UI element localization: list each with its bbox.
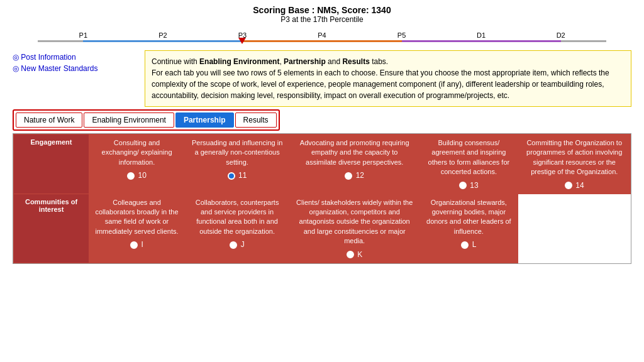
post-info-link[interactable]: Post Information — [13, 53, 138, 62]
radio-label-0-4: 14 — [574, 181, 584, 190]
pbar-label-p5: P5 — [397, 31, 406, 39]
cell-1-3[interactable]: Organizational stewards, governing bodie… — [419, 194, 518, 263]
cell-text-1-1: Collaborators, counterparts and service … — [190, 198, 284, 237]
radio-0-0[interactable] — [127, 172, 135, 180]
cell-0-1[interactable]: Persuading and influencing in a generall… — [185, 134, 290, 194]
cell-0-0[interactable]: Consulting and exchanging/ explaining in… — [89, 134, 185, 194]
cell-text-1-3: Organizational stewards, governing bodie… — [425, 198, 513, 237]
cell-0-2[interactable]: Advocating and promoting requiring empat… — [290, 134, 419, 194]
pbar-label-p4: P4 — [318, 31, 326, 39]
cell-text-0-0: Consulting and exchanging/ explaining in… — [94, 138, 179, 167]
radio-label-0-0: 10 — [136, 171, 147, 180]
radio-0-4[interactable] — [565, 182, 572, 189]
new-master-link[interactable]: New Master Standards — [13, 64, 138, 73]
tabs-row: Nature of WorkEnabling EnvironmentPartne… — [13, 109, 280, 131]
cell-0-4[interactable]: Committing the Organization to programme… — [518, 134, 631, 194]
table-row-1: Communities of interestColleagues and co… — [14, 194, 631, 263]
pbar-marker — [238, 38, 246, 44]
cell-text-0-3: Building consensus/ agreement and inspir… — [425, 138, 513, 177]
cell-text-1-0: Colleagues and collaborators broadly in … — [94, 198, 179, 237]
radio-1-0[interactable] — [130, 241, 138, 249]
tab-partnership[interactable]: Partnership — [175, 112, 234, 128]
table-container: EngagementConsulting and exchanging/ exp… — [13, 133, 631, 264]
page-wrapper: Scoring Base : NMS, Score: 1340 P3 at th… — [0, 0, 644, 266]
tooltip-body: For each tab you will see two rows of 5 … — [152, 69, 609, 100]
pbar-label-d2: D2 — [557, 31, 565, 39]
radio-1-2[interactable] — [347, 251, 354, 258]
main-table: EngagementConsulting and exchanging/ exp… — [13, 134, 631, 263]
tab-nature-of-work[interactable]: Nature of Work — [16, 112, 82, 128]
pbar-label-p2: P2 — [158, 31, 167, 39]
cell-1-1[interactable]: Collaborators, counterparts and service … — [185, 194, 290, 263]
tooltip-box: Continue with Enabling Environment, Part… — [145, 50, 631, 107]
content-row: Post Information New Master Standards Co… — [0, 48, 644, 109]
cell-1-2[interactable]: Clients/ stakeholders widely within the … — [290, 194, 419, 263]
radio-label-1-2: K — [355, 250, 362, 259]
main-area: Nature of WorkEnabling EnvironmentPartne… — [0, 109, 644, 266]
header: Scoring Base : NMS, Score: 1340 P3 at th… — [0, 0, 644, 26]
radio-label-0-2: 12 — [353, 171, 364, 180]
radio-label-0-1: 11 — [236, 171, 247, 180]
radio-0-3[interactable] — [459, 182, 467, 189]
radio-label-1-3: L — [470, 240, 476, 249]
radio-0-2[interactable] — [345, 172, 352, 180]
percentile-subtitle: P3 at the 17th Percentile — [0, 15, 644, 24]
radio-1-3[interactable] — [461, 241, 469, 249]
radio-1-1[interactable] — [230, 241, 237, 249]
cell-text-0-4: Committing the Organization to programme… — [523, 138, 625, 177]
cell-text-0-1: Persuading and influencing in a generall… — [190, 138, 284, 167]
pbar-label-p1: P1 — [79, 31, 87, 39]
table-row-0: EngagementConsulting and exchanging/ exp… — [14, 134, 631, 194]
radio-0-1[interactable] — [228, 172, 235, 180]
score-title: Scoring Base : NMS, Score: 1340 — [0, 5, 644, 15]
radio-label-1-1: J — [238, 240, 244, 249]
pbar-label-d1: D1 — [477, 31, 486, 39]
radio-label-0-3: 13 — [468, 181, 479, 190]
left-panel: Post Information New Master Standards — [13, 50, 138, 107]
cell-text-0-2: Advocating and promoting requiring empat… — [295, 138, 414, 167]
percentile-bar: P1P2P3P4P5D1D2 — [38, 29, 606, 48]
tooltip-line1: Continue with Enabling Environment, Part… — [152, 57, 388, 66]
cell-0-3[interactable]: Building consensus/ agreement and inspir… — [419, 134, 518, 194]
tab-enabling-environment[interactable]: Enabling Environment — [84, 112, 174, 128]
tab-results[interactable]: Results — [235, 112, 277, 128]
radio-label-1-0: I — [139, 240, 143, 249]
row-header-1: Communities of interest — [14, 194, 89, 263]
cell-1-0[interactable]: Colleagues and collaborators broadly in … — [89, 194, 185, 263]
row-header-0: Engagement — [14, 134, 89, 194]
cell-text-1-2: Clients/ stakeholders widely within the … — [295, 198, 414, 246]
